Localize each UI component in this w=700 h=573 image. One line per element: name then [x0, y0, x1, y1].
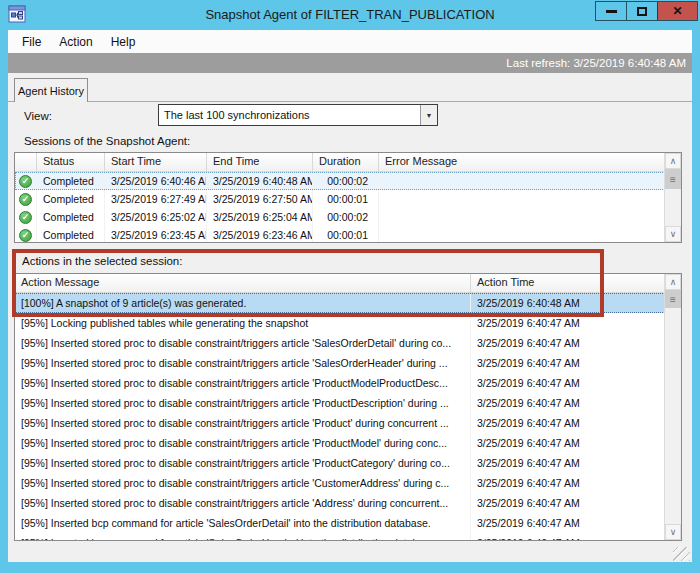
action-row[interactable]: [100%] A snapshot of 9 article(s) was ge… — [15, 293, 681, 313]
action-row[interactable]: [95%] Locking published tables while gen… — [15, 313, 681, 333]
sessions-scrollbar[interactable]: ∧ ≡ ∨ — [664, 153, 681, 242]
session-row[interactable]: ✓Completed3/25/2019 6:40:46 AM3/25/2019 … — [15, 172, 681, 190]
scroll-thumb[interactable]: ≡ — [665, 290, 681, 308]
session-status: Completed — [37, 172, 105, 190]
action-row[interactable]: [95%] Inserted stored proc to disable co… — [15, 333, 681, 353]
sessions-table-body: ✓Completed3/25/2019 6:40:46 AM3/25/2019 … — [15, 172, 681, 243]
close-button[interactable]: ✕ — [657, 2, 697, 20]
menu-bar: File Action Help — [8, 30, 692, 53]
action-row[interactable]: [95%] Inserted stored proc to disable co… — [15, 413, 681, 433]
menu-action[interactable]: Action — [50, 32, 101, 52]
sessions-list-label: Sessions of the Snapshot Agent: — [24, 135, 190, 147]
actions-column-header[interactable]: Action Time — [471, 274, 681, 292]
actions-table-header: Action MessageAction Time — [15, 274, 681, 293]
action-row[interactable]: [95%] Inserted stored proc to disable co… — [15, 493, 681, 513]
title-bar[interactable]: Snapshot Agent of FILTER_TRAN_PUBLICATIO… — [0, 0, 700, 30]
view-dropdown-value: The last 100 synchronizations — [159, 109, 420, 121]
actions-column-header[interactable]: Action Message — [15, 274, 471, 292]
action-row[interactable]: [95%] Inserted stored proc to disable co… — [15, 433, 681, 453]
action-row[interactable]: [95%] Inserted stored proc to disable co… — [15, 473, 681, 493]
action-message: [95%] Inserted bcp command for article '… — [15, 533, 471, 541]
snapshot-agent-window: Snapshot Agent of FILTER_TRAN_PUBLICATIO… — [0, 0, 700, 573]
completed-check-icon: ✓ — [19, 229, 32, 242]
view-dropdown-button[interactable]: ▼ — [420, 105, 437, 125]
tab-agent-history[interactable]: Agent History — [14, 78, 88, 102]
maximize-icon — [637, 7, 647, 16]
action-row[interactable]: [95%] Inserted stored proc to disable co… — [15, 453, 681, 473]
actions-table: Action MessageAction Time [100%] A snaps… — [14, 273, 682, 541]
action-message: [95%] Inserted stored proc to disable co… — [15, 333, 471, 353]
session-start-time: 3/25/2019 6:27:49 AM — [105, 190, 207, 208]
status-icon-cell: ✓ — [15, 172, 37, 190]
action-message: [95%] Inserted stored proc to disable co… — [15, 473, 471, 493]
sessions-column-header[interactable]: Start Time — [105, 153, 207, 171]
action-time: 3/25/2019 6:40:47 AM — [471, 373, 681, 393]
action-time: 3/25/2019 6:40:47 AM — [471, 333, 681, 353]
tab-label: Agent History — [18, 85, 84, 97]
client-area: Agent History View: The last 100 synchro… — [8, 73, 692, 562]
session-start-time: 3/25/2019 6:40:46 AM — [105, 172, 207, 190]
action-message: [95%] Inserted stored proc to disable co… — [15, 433, 471, 453]
status-icon-cell: ✓ — [15, 190, 37, 208]
actions-table-body: [100%] A snapshot of 9 article(s) was ge… — [15, 293, 681, 541]
minimize-button[interactable] — [596, 2, 626, 20]
resize-grip-icon[interactable] — [673, 547, 690, 561]
session-error-message — [379, 208, 681, 226]
action-time: 3/25/2019 6:40:47 AM — [471, 533, 681, 541]
action-message: [100%] A snapshot of 9 article(s) was ge… — [15, 293, 471, 313]
session-row[interactable]: ✓Completed3/25/2019 6:25:02 AM3/25/2019 … — [15, 208, 681, 226]
tab-strip-divider — [8, 101, 692, 102]
session-end-time: 3/25/2019 6:23:46 AM — [207, 226, 313, 243]
sessions-column-header[interactable]: Error Message — [379, 153, 681, 171]
action-row[interactable]: [95%] Inserted bcp command for article '… — [15, 533, 681, 541]
completed-check-icon: ✓ — [19, 175, 32, 188]
close-icon: ✕ — [672, 5, 682, 17]
action-message: [95%] Inserted stored proc to disable co… — [15, 353, 471, 373]
session-end-time: 3/25/2019 6:40:48 AM — [207, 172, 313, 190]
action-message: [95%] Inserted bcp command for article '… — [15, 513, 471, 533]
session-start-time: 3/25/2019 6:25:02 AM — [105, 208, 207, 226]
action-time: 3/25/2019 6:40:47 AM — [471, 393, 681, 413]
action-time: 3/25/2019 6:40:47 AM — [471, 353, 681, 373]
scroll-thumb[interactable]: ≡ — [665, 169, 681, 189]
menu-file[interactable]: File — [13, 32, 50, 52]
action-row[interactable]: [95%] Inserted bcp command for article '… — [15, 513, 681, 533]
session-status: Completed — [37, 190, 105, 208]
status-icon-cell: ✓ — [15, 226, 37, 243]
action-row[interactable]: [95%] Inserted stored proc to disable co… — [15, 353, 681, 373]
sessions-column-header[interactable]: Duration — [313, 153, 379, 171]
scroll-down-icon[interactable]: ∨ — [665, 524, 681, 540]
scroll-up-icon[interactable]: ∧ — [665, 274, 681, 290]
action-time: 3/25/2019 6:40:47 AM — [471, 433, 681, 453]
action-message: [95%] Inserted stored proc to disable co… — [15, 373, 471, 393]
sessions-table-header: StatusStart TimeEnd TimeDurationError Me… — [15, 153, 681, 172]
sessions-table: StatusStart TimeEnd TimeDurationError Me… — [14, 152, 682, 243]
sessions-column-header[interactable]: Status — [37, 153, 105, 171]
scroll-down-icon[interactable]: ∨ — [665, 226, 681, 242]
minimize-icon — [606, 10, 617, 13]
action-time: 3/25/2019 6:40:47 AM — [471, 513, 681, 533]
actions-list-label: Actions in the selected session: — [22, 255, 182, 267]
action-row[interactable]: [95%] Inserted stored proc to disable co… — [15, 393, 681, 413]
action-time: 3/25/2019 6:40:47 AM — [471, 413, 681, 433]
session-row[interactable]: ✓Completed3/25/2019 6:23:45 AM3/25/2019 … — [15, 226, 681, 243]
view-dropdown[interactable]: The last 100 synchronizations ▼ — [158, 104, 438, 126]
maximize-button[interactable] — [626, 2, 657, 20]
scroll-up-icon[interactable]: ∧ — [665, 153, 681, 169]
session-row[interactable]: ✓Completed3/25/2019 6:27:49 AM3/25/2019 … — [15, 190, 681, 208]
action-message: [95%] Inserted stored proc to disable co… — [15, 453, 471, 473]
session-duration: 00:00:02 — [313, 172, 379, 190]
action-message: [95%] Inserted stored proc to disable co… — [15, 413, 471, 433]
action-message: [95%] Locking published tables while gen… — [15, 313, 471, 333]
action-row[interactable]: [95%] Inserted stored proc to disable co… — [15, 373, 681, 393]
sessions-column-header[interactable]: End Time — [207, 153, 313, 171]
action-time: 3/25/2019 6:40:47 AM — [471, 493, 681, 513]
sessions-column-header[interactable] — [15, 153, 37, 171]
actions-scrollbar[interactable]: ∧ ≡ ∨ — [664, 274, 681, 540]
completed-check-icon: ✓ — [19, 211, 32, 224]
menu-help[interactable]: Help — [102, 32, 145, 52]
session-error-message — [379, 226, 681, 243]
window-controls: ✕ — [595, 1, 698, 21]
session-end-time: 3/25/2019 6:27:50 AM — [207, 190, 313, 208]
session-end-time: 3/25/2019 6:25:04 AM — [207, 208, 313, 226]
